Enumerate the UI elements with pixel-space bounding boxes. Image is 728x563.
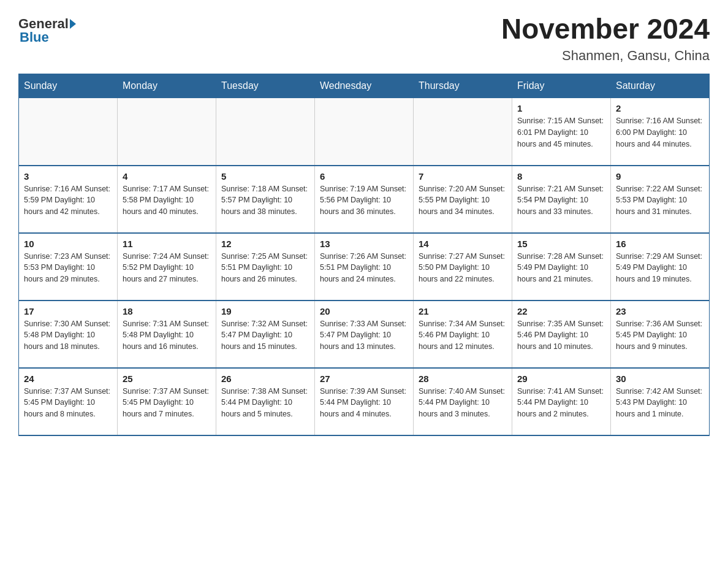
day-info: Sunrise: 7:35 AM Sunset: 5:46 PM Dayligh… bbox=[517, 318, 605, 353]
calendar-cell bbox=[315, 98, 414, 166]
calendar-subtitle: Shanmen, Gansu, China bbox=[501, 48, 710, 64]
day-info: Sunrise: 7:36 AM Sunset: 5:45 PM Dayligh… bbox=[616, 318, 704, 353]
day-number: 11 bbox=[123, 239, 211, 249]
calendar-title: November 2024 bbox=[501, 12, 710, 45]
header-thursday: Thursday bbox=[414, 74, 512, 98]
day-number: 14 bbox=[419, 239, 507, 249]
calendar-cell: 17Sunrise: 7:30 AM Sunset: 5:48 PM Dayli… bbox=[19, 301, 118, 368]
day-number: 22 bbox=[517, 306, 605, 316]
header-tuesday: Tuesday bbox=[216, 74, 315, 98]
calendar-cell: 24Sunrise: 7:37 AM Sunset: 5:45 PM Dayli… bbox=[19, 368, 118, 435]
day-info: Sunrise: 7:38 AM Sunset: 5:44 PM Dayligh… bbox=[221, 386, 309, 420]
calendar-cell: 7Sunrise: 7:20 AM Sunset: 5:55 PM Daylig… bbox=[414, 166, 512, 233]
day-number: 26 bbox=[221, 373, 309, 384]
day-number: 3 bbox=[24, 171, 112, 182]
calendar-cell bbox=[414, 98, 512, 166]
calendar-cell: 9Sunrise: 7:22 AM Sunset: 5:53 PM Daylig… bbox=[611, 166, 710, 233]
day-number: 17 bbox=[24, 306, 112, 316]
calendar-cell: 3Sunrise: 7:16 AM Sunset: 5:59 PM Daylig… bbox=[19, 166, 118, 233]
day-info: Sunrise: 7:25 AM Sunset: 5:51 PM Dayligh… bbox=[221, 251, 309, 285]
header-saturday: Saturday bbox=[611, 74, 710, 98]
day-number: 16 bbox=[616, 239, 704, 249]
day-number: 18 bbox=[123, 306, 211, 316]
day-info: Sunrise: 7:31 AM Sunset: 5:48 PM Dayligh… bbox=[123, 318, 211, 353]
day-number: 5 bbox=[221, 171, 309, 182]
calendar-cell: 25Sunrise: 7:37 AM Sunset: 5:45 PM Dayli… bbox=[118, 368, 216, 435]
day-info: Sunrise: 7:41 AM Sunset: 5:44 PM Dayligh… bbox=[517, 386, 605, 420]
calendar-cell: 18Sunrise: 7:31 AM Sunset: 5:48 PM Dayli… bbox=[118, 301, 216, 368]
day-info: Sunrise: 7:26 AM Sunset: 5:51 PM Dayligh… bbox=[320, 251, 408, 285]
day-info: Sunrise: 7:24 AM Sunset: 5:52 PM Dayligh… bbox=[123, 251, 211, 285]
calendar-cell bbox=[216, 98, 315, 166]
calendar-header-row: SundayMondayTuesdayWednesdayThursdayFrid… bbox=[19, 74, 710, 98]
day-number: 27 bbox=[320, 373, 408, 384]
calendar-cell: 4Sunrise: 7:17 AM Sunset: 5:58 PM Daylig… bbox=[118, 166, 216, 233]
header-wednesday: Wednesday bbox=[315, 74, 414, 98]
day-info: Sunrise: 7:18 AM Sunset: 5:57 PM Dayligh… bbox=[221, 183, 309, 218]
calendar-cell: 20Sunrise: 7:33 AM Sunset: 5:47 PM Dayli… bbox=[315, 301, 414, 368]
calendar-cell bbox=[118, 98, 216, 166]
day-info: Sunrise: 7:21 AM Sunset: 5:54 PM Dayligh… bbox=[517, 183, 605, 218]
calendar-cell: 10Sunrise: 7:23 AM Sunset: 5:53 PM Dayli… bbox=[19, 233, 118, 301]
day-info: Sunrise: 7:16 AM Sunset: 5:59 PM Dayligh… bbox=[24, 183, 112, 218]
logo: General Blue bbox=[18, 12, 77, 45]
calendar-cell: 16Sunrise: 7:29 AM Sunset: 5:49 PM Dayli… bbox=[611, 233, 710, 301]
calendar-cell bbox=[19, 98, 118, 166]
day-info: Sunrise: 7:30 AM Sunset: 5:48 PM Dayligh… bbox=[24, 318, 112, 353]
calendar-cell: 13Sunrise: 7:26 AM Sunset: 5:51 PM Dayli… bbox=[315, 233, 414, 301]
calendar-cell: 29Sunrise: 7:41 AM Sunset: 5:44 PM Dayli… bbox=[512, 368, 611, 435]
day-info: Sunrise: 7:33 AM Sunset: 5:47 PM Dayligh… bbox=[320, 318, 408, 353]
page-header: General Blue November 2024 Shanmen, Gans… bbox=[18, 12, 710, 64]
day-number: 23 bbox=[616, 306, 704, 316]
calendar-week-row: 17Sunrise: 7:30 AM Sunset: 5:48 PM Dayli… bbox=[19, 301, 710, 368]
day-number: 21 bbox=[419, 306, 507, 316]
day-number: 2 bbox=[616, 103, 704, 113]
calendar-table: SundayMondayTuesdayWednesdayThursdayFrid… bbox=[18, 74, 710, 436]
calendar-cell: 21Sunrise: 7:34 AM Sunset: 5:46 PM Dayli… bbox=[414, 301, 512, 368]
calendar-week-row: 24Sunrise: 7:37 AM Sunset: 5:45 PM Dayli… bbox=[19, 368, 710, 435]
day-number: 10 bbox=[24, 239, 112, 249]
day-info: Sunrise: 7:29 AM Sunset: 5:49 PM Dayligh… bbox=[616, 251, 704, 285]
day-number: 8 bbox=[517, 171, 605, 182]
day-info: Sunrise: 7:19 AM Sunset: 5:56 PM Dayligh… bbox=[320, 183, 408, 218]
day-info: Sunrise: 7:42 AM Sunset: 5:43 PM Dayligh… bbox=[616, 386, 704, 420]
day-info: Sunrise: 7:34 AM Sunset: 5:46 PM Dayligh… bbox=[419, 318, 507, 353]
header-sunday: Sunday bbox=[19, 74, 118, 98]
day-info: Sunrise: 7:16 AM Sunset: 6:00 PM Dayligh… bbox=[616, 115, 704, 150]
day-number: 9 bbox=[616, 171, 704, 182]
day-number: 20 bbox=[320, 306, 408, 316]
day-number: 28 bbox=[419, 373, 507, 384]
day-info: Sunrise: 7:17 AM Sunset: 5:58 PM Dayligh… bbox=[123, 183, 211, 218]
calendar-cell: 8Sunrise: 7:21 AM Sunset: 5:54 PM Daylig… bbox=[512, 166, 611, 233]
day-number: 25 bbox=[123, 373, 211, 384]
day-number: 24 bbox=[24, 373, 112, 384]
title-area: November 2024 Shanmen, Gansu, China bbox=[501, 12, 710, 64]
calendar-week-row: 3Sunrise: 7:16 AM Sunset: 5:59 PM Daylig… bbox=[19, 166, 710, 233]
day-info: Sunrise: 7:15 AM Sunset: 6:01 PM Dayligh… bbox=[517, 115, 605, 150]
calendar-cell: 11Sunrise: 7:24 AM Sunset: 5:52 PM Dayli… bbox=[118, 233, 216, 301]
calendar-cell: 26Sunrise: 7:38 AM Sunset: 5:44 PM Dayli… bbox=[216, 368, 315, 435]
logo-blue: Blue bbox=[20, 29, 49, 45]
calendar-cell: 27Sunrise: 7:39 AM Sunset: 5:44 PM Dayli… bbox=[315, 368, 414, 435]
calendar-cell: 15Sunrise: 7:28 AM Sunset: 5:49 PM Dayli… bbox=[512, 233, 611, 301]
day-number: 4 bbox=[123, 171, 211, 182]
day-number: 15 bbox=[517, 239, 605, 249]
day-info: Sunrise: 7:23 AM Sunset: 5:53 PM Dayligh… bbox=[24, 251, 112, 285]
day-number: 13 bbox=[320, 239, 408, 249]
day-info: Sunrise: 7:28 AM Sunset: 5:49 PM Dayligh… bbox=[517, 251, 605, 285]
day-number: 1 bbox=[517, 103, 605, 113]
calendar-cell: 6Sunrise: 7:19 AM Sunset: 5:56 PM Daylig… bbox=[315, 166, 414, 233]
calendar-cell: 22Sunrise: 7:35 AM Sunset: 5:46 PM Dayli… bbox=[512, 301, 611, 368]
day-info: Sunrise: 7:37 AM Sunset: 5:45 PM Dayligh… bbox=[24, 386, 112, 420]
calendar-cell: 5Sunrise: 7:18 AM Sunset: 5:57 PM Daylig… bbox=[216, 166, 315, 233]
day-info: Sunrise: 7:22 AM Sunset: 5:53 PM Dayligh… bbox=[616, 183, 704, 218]
logo-arrow-icon bbox=[70, 19, 76, 29]
day-info: Sunrise: 7:27 AM Sunset: 5:50 PM Dayligh… bbox=[419, 251, 507, 285]
day-info: Sunrise: 7:40 AM Sunset: 5:44 PM Dayligh… bbox=[419, 386, 507, 420]
day-number: 19 bbox=[221, 306, 309, 316]
day-number: 6 bbox=[320, 171, 408, 182]
calendar-cell: 23Sunrise: 7:36 AM Sunset: 5:45 PM Dayli… bbox=[611, 301, 710, 368]
calendar-cell: 14Sunrise: 7:27 AM Sunset: 5:50 PM Dayli… bbox=[414, 233, 512, 301]
day-info: Sunrise: 7:39 AM Sunset: 5:44 PM Dayligh… bbox=[320, 386, 408, 420]
calendar-cell: 2Sunrise: 7:16 AM Sunset: 6:00 PM Daylig… bbox=[611, 98, 710, 166]
